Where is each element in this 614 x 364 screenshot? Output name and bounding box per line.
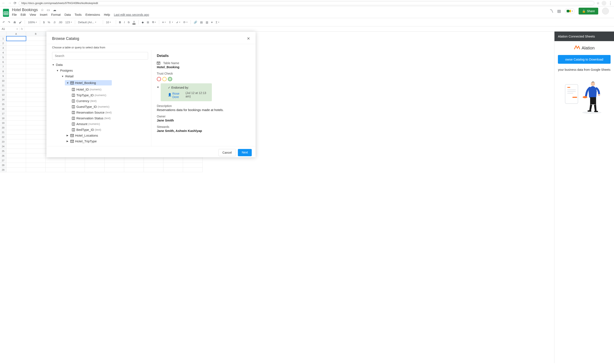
cell[interactable] — [85, 158, 105, 163]
cell[interactable] — [26, 92, 46, 97]
cell[interactable] — [26, 102, 46, 106]
cell[interactable] — [26, 46, 46, 50]
cell[interactable] — [26, 121, 46, 125]
cell[interactable] — [65, 163, 85, 168]
tree-root[interactable]: Data — [52, 62, 148, 67]
cell[interactable] — [6, 149, 26, 154]
decrease-decimal-icon[interactable]: .0 — [52, 21, 56, 24]
search-input[interactable] — [52, 52, 148, 60]
cell[interactable] — [6, 41, 26, 46]
cell[interactable] — [144, 168, 164, 172]
trust-yellow-icon[interactable] — [162, 77, 167, 81]
chart-icon[interactable]: ▥ — [205, 21, 209, 24]
cell[interactable] — [85, 163, 105, 168]
row-header[interactable]: 5 — [0, 55, 6, 60]
cell[interactable] — [26, 60, 46, 64]
cell[interactable] — [26, 139, 46, 144]
currency-icon[interactable]: $ — [42, 21, 45, 24]
cell[interactable] — [26, 125, 46, 130]
cell[interactable] — [6, 163, 26, 168]
cell[interactable] — [6, 88, 26, 92]
share-button[interactable]: 🔒 Share — [579, 8, 598, 14]
cell[interactable] — [6, 36, 26, 41]
row-header[interactable]: 24 — [0, 144, 6, 149]
cell[interactable] — [105, 168, 124, 172]
cell[interactable] — [6, 46, 26, 50]
cell[interactable] — [6, 74, 26, 78]
menu-view[interactable]: View — [30, 13, 36, 16]
cell[interactable] — [46, 163, 65, 168]
cell[interactable] — [6, 139, 26, 144]
font-size-selector[interactable]: 10 — [105, 21, 114, 24]
timeline-icon[interactable]: 〽 — [550, 9, 553, 13]
functions-icon[interactable]: Σ — [215, 21, 220, 24]
row-header[interactable]: 11 — [0, 83, 6, 88]
cell[interactable] — [26, 83, 46, 88]
move-icon[interactable]: ▭ — [47, 8, 50, 12]
bookmark-icon[interactable]: ☆ — [597, 1, 600, 5]
tree-table[interactable]: Hotel_Locations — [52, 132, 148, 138]
cell[interactable] — [26, 144, 46, 149]
row-header[interactable]: 18 — [0, 116, 6, 121]
cell[interactable] — [6, 60, 26, 64]
trust-green-icon[interactable] — [168, 77, 172, 81]
valign-icon[interactable]: ↧ — [168, 21, 174, 24]
borders-icon[interactable]: ⊞ — [146, 21, 150, 24]
tree-column[interactable]: GuestType_ID (numeric) — [52, 104, 148, 110]
cell[interactable] — [26, 50, 46, 55]
cell[interactable] — [26, 158, 46, 163]
cell[interactable] — [6, 69, 26, 74]
browser-avatar[interactable] — [602, 1, 606, 6]
doc-title[interactable]: Hotel Bookings — [12, 8, 38, 12]
fill-color-icon[interactable]: ◆ — [141, 21, 145, 24]
cell[interactable] — [6, 144, 26, 149]
row-header[interactable]: 7 — [0, 64, 6, 69]
tree-column[interactable]: Reservation Status (text) — [52, 115, 148, 121]
wrap-icon[interactable]: ↲ — [175, 21, 181, 24]
cell[interactable] — [26, 64, 46, 69]
cell[interactable] — [124, 163, 144, 168]
strikethrough-icon[interactable]: S — [127, 21, 131, 24]
cell[interactable] — [65, 168, 85, 172]
reload-icon[interactable]: ⟳ — [14, 1, 16, 5]
cancel-button[interactable]: Cancel — [218, 149, 236, 156]
row-header[interactable]: 27 — [0, 158, 6, 163]
cloud-icon[interactable]: ☁ — [53, 8, 56, 12]
menu-insert[interactable]: Insert — [40, 13, 47, 16]
row-header[interactable]: 28 — [0, 163, 6, 168]
tree-column[interactable]: Amount (numeric) — [52, 121, 148, 127]
cell[interactable] — [26, 130, 46, 135]
paint-format-icon[interactable]: 🖌 — [18, 21, 23, 24]
menu-help[interactable]: Help — [104, 13, 110, 16]
comment-icon[interactable]: ▤ — [199, 21, 204, 24]
cell[interactable] — [26, 36, 46, 41]
tree-column[interactable]: Hotel_ID (numeric) — [52, 87, 148, 92]
url-bar[interactable]: https://docs.google.com/spreadsheets/97f… — [19, 1, 594, 5]
cell[interactable] — [183, 163, 203, 168]
menu-edit[interactable]: Edit — [21, 13, 26, 16]
row-header[interactable]: 19 — [0, 121, 6, 125]
cell[interactable] — [26, 88, 46, 92]
cell[interactable] — [144, 158, 164, 163]
row-header[interactable]: 29 — [0, 168, 6, 172]
cell[interactable] — [26, 154, 46, 158]
rotate-icon[interactable]: ⟳ — [182, 21, 188, 24]
row-header[interactable]: 15 — [0, 102, 6, 106]
cell[interactable] — [26, 135, 46, 139]
cell[interactable] — [6, 130, 26, 135]
menu-format[interactable]: Format — [51, 13, 61, 16]
menu-extensions[interactable]: Extensions — [85, 13, 100, 16]
print-icon[interactable]: 🖶 — [12, 21, 17, 24]
forward-icon[interactable]: → — [8, 1, 12, 5]
cell[interactable] — [26, 111, 46, 116]
cell[interactable] — [26, 97, 46, 102]
cell[interactable] — [105, 158, 124, 163]
cell[interactable] — [26, 55, 46, 60]
row-header[interactable]: 2 — [0, 41, 6, 46]
number-format-selector[interactable]: 123 — [64, 21, 73, 24]
italic-icon[interactable]: I — [123, 21, 126, 24]
row-header[interactable]: 23 — [0, 139, 6, 144]
cell[interactable] — [6, 116, 26, 121]
endorser-name[interactable]: Rose Dore — [172, 92, 185, 99]
redo-icon[interactable]: ↷ — [7, 21, 11, 24]
